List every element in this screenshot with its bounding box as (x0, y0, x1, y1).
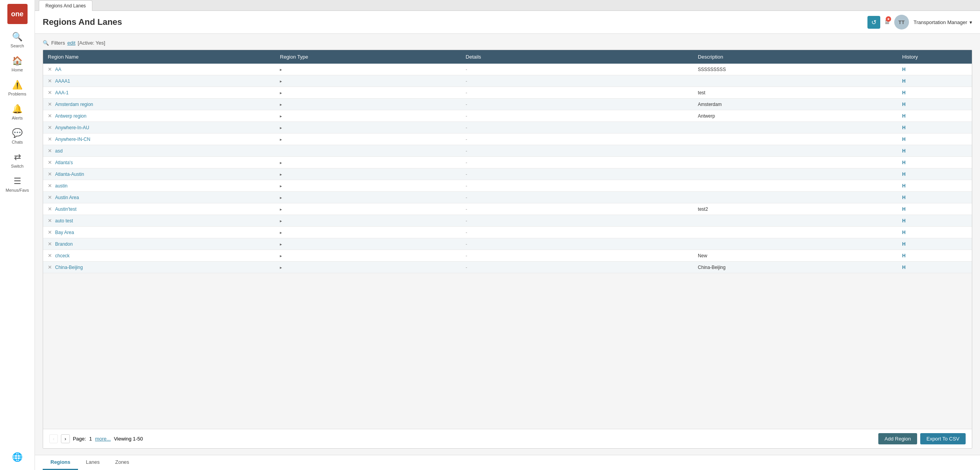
sidebar-item-chats[interactable]: 💬 Chats (0, 124, 35, 148)
sidebar-item-search[interactable]: 🔍 Search (0, 28, 35, 52)
region-name-link[interactable]: AA (55, 67, 61, 72)
regions-table: Region Name Region Type Details Descript… (43, 50, 972, 273)
tab-lanes[interactable]: Lanes (78, 455, 107, 470)
history-link[interactable]: H (902, 113, 906, 119)
delete-region-button[interactable]: ✕ (48, 171, 52, 177)
export-csv-button[interactable]: Export To CSV (920, 433, 966, 444)
delete-region-button[interactable]: ✕ (48, 241, 52, 247)
region-name-link[interactable]: Anywhere-IN-CN (55, 137, 90, 142)
history-link[interactable]: H (902, 230, 906, 235)
prev-page-button[interactable]: ‹ (49, 434, 58, 443)
description-cell (693, 75, 897, 87)
region-type-cell: ▸ (275, 168, 461, 180)
delete-region-button[interactable]: ✕ (48, 113, 52, 119)
table-body: ✕AA▸-SSSSSSSSSH✕AAAA1▸-H✕AAA-1▸-testH✕Am… (43, 64, 972, 273)
filters-edit-link[interactable]: edit (67, 40, 75, 46)
history-link[interactable]: H (902, 102, 906, 107)
history-link[interactable]: H (902, 183, 906, 189)
col-header-description: Description (693, 50, 897, 64)
tab-regions[interactable]: Regions (43, 455, 78, 470)
details-cell: - (461, 215, 693, 227)
delete-region-button[interactable]: ✕ (48, 125, 52, 130)
sidebar-item-home[interactable]: 🏠 Home (0, 52, 35, 76)
details-cell: - (461, 87, 693, 99)
delete-region-button[interactable]: ✕ (48, 206, 52, 212)
history-link[interactable]: H (902, 195, 906, 200)
sidebar-item-menus-favs[interactable]: ☰ Menus/Favs (0, 172, 35, 196)
sidebar-item-label: Alerts (12, 116, 23, 120)
switch-icon: ⇄ (14, 152, 21, 162)
region-name-link[interactable]: China-Beijing (55, 265, 83, 270)
details-cell: - (461, 238, 693, 250)
delete-region-button[interactable]: ✕ (48, 78, 52, 84)
tab-zones[interactable]: Zones (108, 455, 137, 470)
region-name-link[interactable]: asd (55, 148, 62, 154)
add-region-button[interactable]: Add Region (878, 433, 917, 444)
delete-region-button[interactable]: ✕ (48, 148, 52, 154)
description-cell (693, 122, 897, 134)
delete-region-button[interactable]: ✕ (48, 101, 52, 107)
region-name-link[interactable]: Atlanta-Austin (55, 172, 84, 177)
delete-region-button[interactable]: ✕ (48, 229, 52, 235)
region-name-link[interactable]: austin (55, 183, 68, 189)
history-link[interactable]: H (902, 137, 906, 142)
sidebar-item-problems[interactable]: ⚠️ Problems (0, 76, 35, 100)
next-page-button[interactable]: › (61, 434, 69, 443)
history-link[interactable]: H (902, 148, 906, 154)
sidebar-item-switch[interactable]: ⇄ Switch (0, 148, 35, 172)
col-header-details: Details (461, 50, 693, 64)
region-name-link[interactable]: Austin Area (55, 195, 79, 200)
sidebar: one 🔍 Search 🏠 Home ⚠️ Problems 🔔 Alerts… (0, 0, 35, 470)
delete-region-button[interactable]: ✕ (48, 218, 52, 224)
table-row: ✕Austin'test▸-test2H (43, 203, 972, 215)
delete-region-button[interactable]: ✕ (48, 264, 52, 270)
table-row: ✕asd-H (43, 145, 972, 157)
region-name-link[interactable]: Antwerp region (55, 113, 87, 119)
tab-bar: Regions And Lanes (35, 0, 980, 11)
delete-region-button[interactable]: ✕ (48, 136, 52, 142)
tab-regions-and-lanes[interactable]: Regions And Lanes (39, 0, 92, 11)
sidebar-item-alerts[interactable]: 🔔 Alerts (0, 100, 35, 124)
delete-region-button[interactable]: ✕ (48, 160, 52, 165)
table-header-row: Region Name Region Type Details Descript… (43, 50, 972, 64)
delete-region-button[interactable]: ✕ (48, 253, 52, 258)
user-role-dropdown[interactable]: Transportation Manager ▾ (914, 19, 972, 25)
table-row: ✕Austin Area▸-H (43, 192, 972, 203)
details-cell: - (461, 110, 693, 122)
table-row: ✕Anywhere-In-AU▸-H (43, 122, 972, 134)
region-name-link[interactable]: AAA-1 (55, 90, 69, 95)
history-link[interactable]: H (902, 90, 906, 95)
history-cell: H (898, 157, 972, 168)
history-link[interactable]: H (902, 265, 906, 270)
history-link[interactable]: H (902, 160, 906, 165)
region-name-link[interactable]: Amsterdam region (55, 102, 93, 107)
table-scroll-area[interactable]: Region Name Region Type Details Descript… (43, 50, 972, 429)
region-name-link[interactable]: Brandon (55, 241, 73, 247)
region-name-link[interactable]: Bay Area (55, 230, 74, 235)
history-link[interactable]: H (902, 125, 906, 130)
delete-region-button[interactable]: ✕ (48, 194, 52, 200)
history-link[interactable]: H (902, 78, 906, 84)
delete-region-button[interactable]: ✕ (48, 66, 52, 72)
refresh-button[interactable]: ↺ (867, 16, 880, 29)
region-name-link[interactable]: Austin'test (55, 206, 76, 212)
more-pages-link[interactable]: more... (95, 436, 111, 442)
history-link[interactable]: H (902, 253, 906, 258)
menu-button[interactable]: ≡ ★ (885, 18, 890, 27)
sidebar-item-globe[interactable]: 🌐 (0, 448, 35, 466)
delete-region-button[interactable]: ✕ (48, 90, 52, 95)
sidebar-item-label: Chats (12, 140, 23, 144)
region-name-link[interactable]: AAAA1 (55, 78, 70, 84)
user-role-label: Transportation Manager (914, 19, 967, 25)
history-link[interactable]: H (902, 67, 906, 72)
region-name-link[interactable]: chceck (55, 253, 69, 258)
regions-table-container: Region Name Region Type Details Descript… (43, 50, 972, 449)
history-link[interactable]: H (902, 241, 906, 247)
history-link[interactable]: H (902, 218, 906, 224)
delete-region-button[interactable]: ✕ (48, 183, 52, 189)
region-name-link[interactable]: Anywhere-In-AU (55, 125, 89, 130)
history-link[interactable]: H (902, 172, 906, 177)
region-name-link[interactable]: Atlanta's (55, 160, 73, 165)
history-link[interactable]: H (902, 206, 906, 212)
region-name-link[interactable]: auto test (55, 218, 73, 224)
